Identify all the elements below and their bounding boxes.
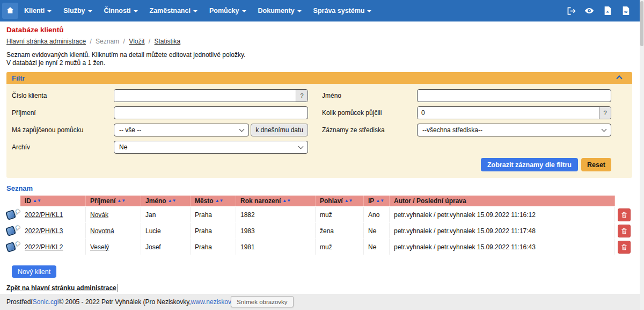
client-surname-link[interactable]: Novotná [90,227,114,235]
nav-item-label: Správa systému [313,7,365,15]
row-detail-button[interactable]: ☛ [6,207,20,222]
client-id-link[interactable]: 2022/PH/KL1 [25,211,63,219]
logout-icon[interactable] [566,5,576,16]
sort-desc-icon[interactable]: ▼ [380,199,384,203]
sort-asc-icon[interactable]: ▲ [168,199,172,203]
sort-desc-icon[interactable]: ▼ [287,199,291,203]
column-header-city: Město ▲▼ [191,196,236,206]
sort-asc-icon[interactable]: ▲ [345,199,349,203]
cell-id: 2022/PH/KL2 [20,239,86,255]
client-surname-link[interactable]: Novák [90,211,108,219]
cell-gender: muž [316,239,364,255]
cell-surname: Novotná [86,223,141,239]
column-header-gender: Pohlaví ▲▼ [316,196,364,206]
filter-panel-header[interactable]: Filtr [6,72,632,84]
to-today-date-button[interactable]: k dnešnímu datu [251,124,308,136]
breadcrumb-separator: / [149,38,150,45]
reset-filter-button[interactable]: Reset [581,158,611,171]
row-detail-button[interactable]: ☛ [6,239,20,255]
chevron-down-icon [193,10,197,12]
detail-click-icon[interactable]: ☛ [6,207,20,222]
nav-item-cinnosti[interactable]: Činnosti [98,0,144,21]
nav-item-sluzby[interactable]: Služby [57,0,98,21]
svg-text:w: w [624,9,628,14]
nav-item-sprava-systemu[interactable]: Správa systému [308,0,378,21]
svg-text:x: x [606,9,609,14]
chevron-down-icon [47,10,52,12]
sonic-cgi-link[interactable]: Sonic.cgi [33,298,59,306]
filter-row-1: Číslo klienta ? Jméno [12,89,611,102]
sort-desc-icon[interactable]: ▼ [219,199,224,203]
breadcrumb-link-admin-home[interactable]: Hlavní stránka administrace [6,38,86,45]
nav-item-klienti[interactable]: Klienti [18,0,57,21]
chevron-down-icon [367,10,371,12]
client-number-input[interactable] [114,90,296,102]
back-to-admin-link[interactable]: Zpět na hlavní stránku administrace [6,284,118,292]
page-title: Databáze klientů [6,26,627,34]
home-button[interactable] [2,3,18,19]
nav-item-zamestnanci[interactable]: Zaměstnanci [144,0,203,21]
column-header-ip: IP ▲▼ [364,196,390,206]
nav-item-label: Služby [63,7,85,15]
archive-select[interactable]: Ne [114,141,308,154]
apply-filter-button[interactable]: Zobrazit záznamy dle filtru [481,158,578,171]
client-database-page: Klienti Služby Činnosti Zaměstnanci Pomů… [0,0,644,310]
breadcrumb-separator: / [123,38,125,45]
sort-asc-icon[interactable]: ▲ [282,199,287,203]
row-detail-button[interactable]: ☛ [6,223,20,239]
breadcrumb-link-statistika[interactable]: Statistika [155,38,181,45]
new-client-button[interactable]: Nový klient [12,265,56,278]
breadcrumb-link-vlozit[interactable]: Vložit [129,38,144,45]
sort-asc-icon[interactable]: ▲ [376,199,380,203]
eye-preview-icon[interactable] [584,5,595,16]
cell-name: Josef [141,239,191,255]
collapse-chevron-up-icon[interactable] [616,75,622,81]
aids-borrowed-help-button[interactable]: ? [599,107,611,119]
breadcrumb: Hlavní stránka administrace / Seznam / V… [6,38,627,45]
delete-row-button[interactable] [618,225,631,237]
breadcrumb-current-seznam: Seznam [96,38,119,45]
export-excel-icon[interactable]: x [602,5,613,16]
surname-label: Příjmení [12,109,114,117]
nav-item-pomucky[interactable]: Pomůcky [203,0,252,21]
records-from-center-select[interactable]: --všechna střediska-- [417,124,611,136]
row-delete-cell [615,207,633,222]
cell-name: Jan [141,207,191,222]
navbar-actions: x w [566,5,640,16]
filter-row-3: Má zapůjčenou pomůcku -- vše -- k dnešní… [12,124,611,136]
nav-item-label: Pomůcky [209,7,239,15]
aids-borrowed-count-input[interactable] [418,107,599,119]
main-content: Databáze klientů Hlavní stránka administ… [6,21,627,309]
top-navbar: Klienti Služby Činnosti Zaměstnanci Pomů… [0,0,640,21]
chevron-down-icon [134,10,138,12]
client-id-link[interactable]: 2022/PH/KL2 [25,243,63,251]
delete-row-button[interactable] [618,241,631,254]
vertical-scrollbar[interactable] [640,0,644,310]
description-line-2: V databázi je nyní 2 mužů a 1 žen. [6,59,627,67]
sort-asc-icon[interactable]: ▲ [117,199,121,203]
sort-desc-icon[interactable]: ▼ [37,199,41,203]
delete-row-button[interactable] [618,208,631,221]
home-icon [6,6,14,16]
nav-item-label: Činnosti [104,7,131,15]
has-borrowed-aid-select[interactable]: -- vše -- [114,124,249,136]
filter-panel-body: Číslo klienta ? Jméno Příjmení [6,84,632,178]
client-surname-link[interactable]: Veselý [90,243,109,251]
archive-selected-value: Ne [119,143,127,151]
surname-input[interactable] [114,106,308,119]
first-name-input[interactable] [417,89,611,102]
detail-click-icon[interactable]: ☛ [6,224,20,238]
client-id-link[interactable]: 2022/PH/KL3 [25,227,63,235]
sort-desc-icon[interactable]: ▼ [121,199,126,203]
column-header-surname: Příjmení ▲▼ [86,196,141,206]
export-word-icon[interactable]: w [620,5,631,16]
sort-desc-icon[interactable]: ▼ [172,199,177,203]
aids-borrowed-count-label: Kolik pomůcek půjčili [322,109,417,117]
sort-asc-icon[interactable]: ▲ [215,199,219,203]
detail-click-icon[interactable]: ☛ [6,240,20,254]
nav-item-dokumenty[interactable]: Dokumenty [252,0,308,21]
sort-asc-icon[interactable]: ▲ [33,199,37,203]
sort-desc-icon[interactable]: ▼ [349,199,353,203]
client-number-help-button[interactable]: ? [296,90,308,102]
scrollbar-thumb[interactable] [640,1,643,46]
